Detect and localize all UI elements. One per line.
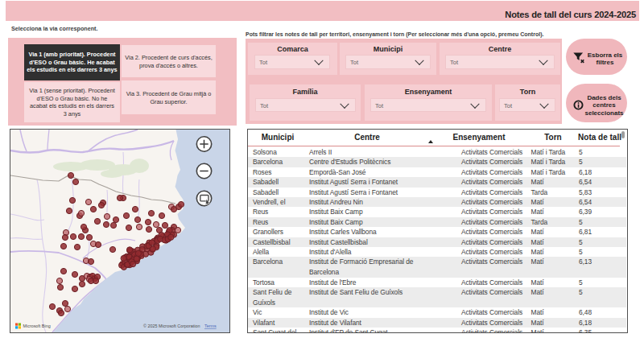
svg-text:© 2025 Microsoft Corporation: © 2025 Microsoft Corporation bbox=[143, 324, 200, 328]
svg-text:Microsoft Bing: Microsoft Bing bbox=[23, 324, 51, 328]
svg-text:Terms: Terms bbox=[204, 324, 217, 328]
